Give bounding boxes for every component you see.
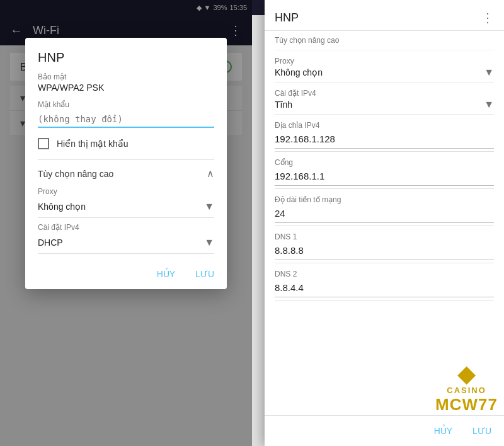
modal-body: HNP Bảo mật WPA/WPA2 PSK Mật khẩu Hiển t… xyxy=(25,38,227,254)
right-modal-actions: HỦY LƯU xyxy=(265,415,504,446)
right-cancel-button[interactable]: HỦY xyxy=(427,421,460,441)
right-ipv4-dropdown[interactable]: Tĩnh ▼ xyxy=(275,99,494,110)
right-modal-body: Tùy chọn nâng cao Proxy Không chọn ▼ Cài… xyxy=(265,31,504,415)
right-proxy-value: Không chọn xyxy=(275,67,323,77)
advanced-options-row[interactable]: Tùy chọn nâng cao ∧ xyxy=(38,159,214,187)
gateway-label: Cổng xyxy=(275,158,494,167)
password-label: Mật khẩu xyxy=(38,100,214,109)
password-input[interactable] xyxy=(38,112,214,128)
right-proxy-dropdown[interactable]: Không chọn ▼ xyxy=(275,67,494,78)
proxy-section: Proxy Không chọn ▼ xyxy=(38,187,214,218)
show-password-label: Hiển thị mật khẩu xyxy=(57,139,128,149)
ipv4-dropdown[interactable]: DHCP ▼ xyxy=(38,232,214,254)
ipv4-addr-label: Địa chỉa IPv4 xyxy=(275,121,494,130)
right-proxy-label: Proxy xyxy=(275,57,494,66)
right-proxy-arrow-icon: ▼ xyxy=(484,67,494,78)
advanced-collapsed-label: Tùy chọn nâng cao xyxy=(275,36,494,45)
prefix-section: Độ dài tiền tố mạng 24 xyxy=(275,189,494,226)
right-panel: ◆ ▼ 39% 15:35 HNP ⋮ Tùy chọn nâng cao Pr… xyxy=(252,0,504,446)
proxy-label: Proxy xyxy=(38,187,214,196)
proxy-dropdown[interactable]: Không chọn ▼ xyxy=(38,196,214,218)
right-ipv4-value: Tĩnh xyxy=(275,100,292,110)
save-button[interactable]: LƯU xyxy=(188,264,222,284)
advanced-label: Tùy chọn nâng cao xyxy=(38,169,113,179)
advanced-collapsed-row[interactable]: Tùy chọn nâng cao xyxy=(275,31,494,50)
proxy-value: Không chọn xyxy=(38,202,86,212)
hnp-expanded-dialog: HNP ⋮ Tùy chọn nâng cao Proxy Không chọn… xyxy=(265,0,504,446)
gateway-value[interactable]: 192.168.1.1 xyxy=(275,169,494,186)
show-password-checkbox[interactable] xyxy=(38,138,49,149)
proxy-arrow-icon: ▼ xyxy=(204,201,214,212)
dns1-value[interactable]: 8.8.8.8 xyxy=(275,244,494,260)
right-ipv4-arrow-icon: ▼ xyxy=(484,99,494,110)
right-ipv4-label: Cài đặt IPv4 xyxy=(275,89,494,98)
dns2-label: DNS 2 xyxy=(275,270,494,278)
gateway-section: Cổng 192.168.1.1 xyxy=(275,152,494,189)
hnp-dialog: HNP Bảo mật WPA/WPA2 PSK Mật khẩu Hiển t… xyxy=(25,38,227,289)
ipv4-section: Cài đặt IPv4 DHCP ▼ xyxy=(38,223,214,254)
security-label: Bảo mật xyxy=(38,72,214,81)
ipv4-value: DHCP xyxy=(38,237,63,248)
right-save-button[interactable]: LƯU xyxy=(465,421,499,441)
right-ipv4-section: Cài đặt IPv4 Tĩnh ▼ xyxy=(275,83,494,115)
security-value: WPA/WPA2 PSK xyxy=(38,83,214,93)
right-proxy-section: Proxy Không chọn ▼ xyxy=(275,50,494,83)
dns1-section: DNS 1 8.8.8.8 xyxy=(275,226,494,263)
dns2-section: DNS 2 8.8.4.4 xyxy=(275,263,494,300)
modal-actions: HỦY LƯU xyxy=(25,259,227,289)
right-modal-header: HNP ⋮ xyxy=(265,0,504,31)
ipv4-addr-section: Địa chỉa IPv4 192.168.1.128 xyxy=(275,115,494,152)
prefix-label: Độ dài tiền tố mạng xyxy=(275,195,494,204)
modal-title: HNP xyxy=(38,50,214,65)
left-panel: ◆ ▼ 39% 15:35 ← Wi-Fi ⋮ Bật ▾▾ Le Minh ▾… xyxy=(0,0,252,446)
right-more-icon[interactable]: ⋮ xyxy=(481,10,494,25)
ipv4-arrow-icon: ▼ xyxy=(204,237,214,248)
spacer xyxy=(275,300,494,363)
ipv4-label: Cài đặt IPv4 xyxy=(38,223,214,232)
dns2-value[interactable]: 8.8.4.4 xyxy=(275,281,494,297)
right-modal-title: HNP xyxy=(275,11,299,25)
show-password-row[interactable]: Hiển thị mật khẩu xyxy=(38,138,214,149)
dns1-label: DNS 1 xyxy=(275,232,494,241)
cancel-button[interactable]: HỦY xyxy=(149,264,183,284)
prefix-value[interactable]: 24 xyxy=(275,207,494,223)
modal-overlay: HNP Bảo mật WPA/WPA2 PSK Mật khẩu Hiển t… xyxy=(0,0,252,446)
ipv4-addr-value[interactable]: 192.168.1.128 xyxy=(275,132,494,149)
chevron-up-icon: ∧ xyxy=(207,168,214,180)
